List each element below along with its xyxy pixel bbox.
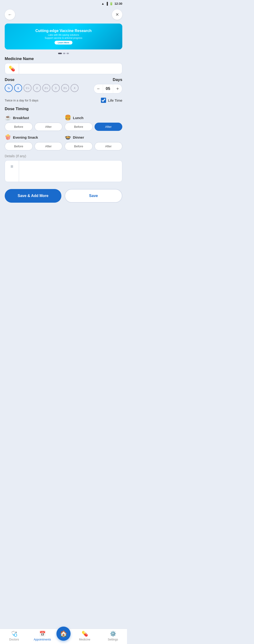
dose-part: Dose ½ 1 1½ 2 2½ 3 3½ 4 bbox=[5, 78, 85, 94]
dose-circle-8[interactable]: 4 bbox=[70, 84, 79, 92]
banner-dot-1[interactable] bbox=[58, 53, 62, 54]
signal-icon: ▐ bbox=[106, 2, 108, 6]
close-icon: ✕ bbox=[115, 12, 119, 17]
details-section: Details (If any) ≡ bbox=[0, 154, 127, 187]
status-bar: ▲ ▐ 🔋 12:30 bbox=[0, 0, 127, 7]
lunch-timing-buttons: Before After bbox=[65, 123, 122, 131]
dose-days-flex: Dose ½ 1 1½ 2 2½ 3 3½ 4 Days − 05 + bbox=[5, 78, 122, 95]
evening-snack-timing-buttons: Before After bbox=[5, 142, 62, 150]
close-button[interactable]: ✕ bbox=[112, 10, 122, 20]
evening-snack-before-button[interactable]: Before bbox=[5, 142, 33, 150]
dinner-after-button[interactable]: After bbox=[95, 142, 123, 150]
dose-circle-5[interactable]: 2½ bbox=[42, 84, 50, 92]
back-button[interactable]: ← bbox=[5, 10, 15, 20]
header: ← ✕ bbox=[0, 7, 127, 22]
lunch-after-button[interactable]: After bbox=[95, 123, 123, 131]
medicine-name-input-wrap: 💊 bbox=[5, 63, 122, 74]
details-label: Details (If any) bbox=[5, 154, 122, 158]
dose-summary-text: Twice in a day for 5 days bbox=[5, 98, 38, 102]
dose-circle-1[interactable]: ½ bbox=[5, 84, 13, 92]
details-input-wrap: ≡ bbox=[5, 160, 122, 182]
details-sub-label: (If any) bbox=[16, 154, 26, 158]
days-value: 05 bbox=[103, 84, 113, 93]
details-icon: ≡ bbox=[5, 160, 19, 182]
lunch-name: Lunch bbox=[73, 116, 83, 120]
medicine-name-section: Medicine Name 💊 bbox=[0, 56, 127, 78]
meal-lunch-header: 🍔 Lunch bbox=[65, 115, 122, 121]
breakfast-timing-buttons: Before After bbox=[5, 123, 62, 131]
banner-line2: Support vaccine & antiviral progress bbox=[35, 37, 91, 39]
banner-dot-3[interactable] bbox=[66, 53, 69, 54]
dose-circle-3[interactable]: 1½ bbox=[23, 84, 31, 92]
back-icon: ← bbox=[8, 12, 12, 17]
meal-breakfast-header: ☕ Breakfast bbox=[5, 115, 62, 121]
meal-lunch: 🍔 Lunch Before After bbox=[65, 115, 122, 131]
breakfast-name: Breakfast bbox=[13, 116, 29, 120]
days-label: Days bbox=[113, 78, 122, 82]
banner: Cutting-edge Vaccine Research Labs with … bbox=[5, 24, 122, 50]
meal-breakfast: ☕ Breakfast Before After bbox=[5, 115, 62, 131]
lifetime-label: Life Time bbox=[108, 98, 122, 102]
dose-summary-row: Twice in a day for 5 days Life Time bbox=[0, 97, 127, 107]
banner-dots bbox=[0, 53, 127, 54]
banner-learn-more-button[interactable]: Learn More bbox=[54, 41, 73, 44]
evening-snack-icon: 🍿 bbox=[5, 134, 11, 140]
lunch-before-button[interactable]: Before bbox=[65, 123, 93, 131]
breakfast-after-button[interactable]: After bbox=[34, 123, 62, 131]
dinner-timing-buttons: Before After bbox=[65, 142, 122, 150]
lifetime-row: Life Time bbox=[101, 98, 122, 103]
dose-label: Dose bbox=[5, 78, 85, 82]
dose-timing-title: Dose Timing bbox=[5, 107, 122, 111]
days-stepper: − 05 + bbox=[94, 84, 122, 94]
dose-days-section: Dose ½ 1 1½ 2 2½ 3 3½ 4 Days − 05 + bbox=[0, 78, 127, 97]
save-add-more-button[interactable]: Save & Add More bbox=[5, 189, 61, 203]
breakfast-icon: ☕ bbox=[5, 115, 11, 121]
banner-dot-2[interactable] bbox=[63, 53, 65, 54]
battery-icon: 🔋 bbox=[109, 2, 113, 6]
meal-evening-snack-header: 🍿 Evening Snack bbox=[5, 134, 62, 140]
time-display: 12:30 bbox=[115, 2, 122, 6]
pill-icon: 💊 bbox=[5, 63, 19, 74]
banner-line1: Labs with life-saving solutions bbox=[35, 34, 91, 36]
dose-timing-section: Dose Timing ☕ Breakfast Before After 🍔 L… bbox=[0, 107, 127, 154]
details-textarea[interactable] bbox=[19, 160, 122, 182]
decrement-button[interactable]: − bbox=[94, 84, 103, 93]
meals-grid: ☕ Breakfast Before After 🍔 Lunch Before … bbox=[5, 115, 122, 150]
dose-circle-2[interactable]: 1 bbox=[14, 84, 22, 92]
dinner-before-button[interactable]: Before bbox=[65, 142, 93, 150]
medicine-name-label: Medicine Name bbox=[5, 56, 122, 61]
dinner-name: Dinner bbox=[73, 135, 84, 139]
meal-dinner: 🍲 Dinner Before After bbox=[65, 134, 122, 150]
save-row: Save & Add More Save bbox=[0, 187, 127, 207]
banner-content: Cutting-edge Vaccine Research Labs with … bbox=[35, 29, 91, 44]
save-button[interactable]: Save bbox=[65, 189, 122, 203]
dose-circle-4[interactable]: 2 bbox=[33, 84, 41, 92]
wifi-icon: ▲ bbox=[101, 2, 104, 6]
lifetime-checkbox[interactable] bbox=[101, 98, 106, 103]
meal-dinner-header: 🍲 Dinner bbox=[65, 134, 122, 140]
medicine-name-input[interactable] bbox=[19, 63, 122, 74]
dose-circle-7[interactable]: 3½ bbox=[61, 84, 69, 92]
pill-circles: ½ 1 1½ 2 2½ 3 3½ 4 bbox=[5, 84, 85, 92]
banner-title: Cutting-edge Vaccine Research bbox=[35, 29, 91, 33]
meal-evening-snack: 🍿 Evening Snack Before After bbox=[5, 134, 62, 150]
status-icons: ▲ ▐ 🔋 12:30 bbox=[101, 2, 122, 6]
increment-button[interactable]: + bbox=[113, 84, 122, 93]
dose-circle-6[interactable]: 3 bbox=[52, 84, 60, 92]
evening-snack-after-button[interactable]: After bbox=[34, 142, 62, 150]
lunch-icon: 🍔 bbox=[65, 115, 71, 121]
evening-snack-name: Evening Snack bbox=[13, 135, 38, 139]
breakfast-before-button[interactable]: Before bbox=[5, 123, 33, 131]
days-part: Days − 05 + bbox=[85, 78, 122, 95]
dinner-icon: 🍲 bbox=[65, 134, 71, 140]
